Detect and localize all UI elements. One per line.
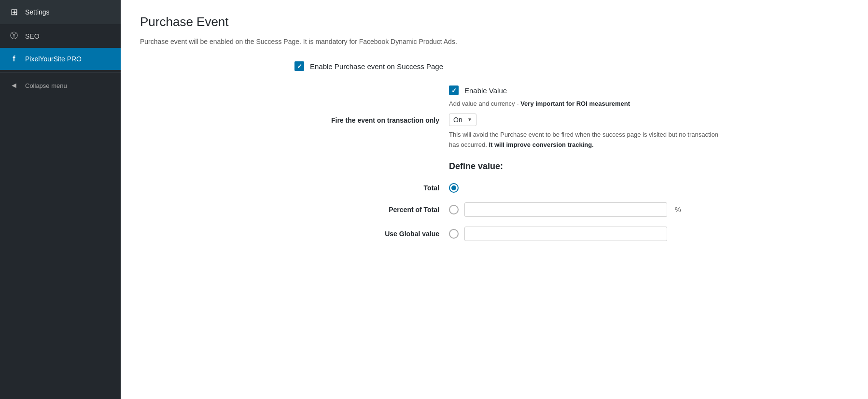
sidebar-item-settings[interactable]: ⊞ Settings bbox=[0, 0, 121, 24]
total-label: Total bbox=[294, 184, 449, 192]
enable-purchase-checkbox[interactable] bbox=[294, 61, 304, 71]
percent-radio-content: % bbox=[449, 202, 681, 217]
total-radio-content bbox=[449, 183, 459, 193]
enable-purchase-row: Enable Purchase event on Success Page bbox=[294, 61, 849, 71]
fire-event-content: On Off ▼ This will avoid the Purchase ev… bbox=[449, 114, 849, 150]
define-value-title: Define value: bbox=[449, 161, 849, 171]
percent-input[interactable] bbox=[464, 202, 667, 217]
sidebar-item-pixelyoursite[interactable]: f PixelYourSite PRO bbox=[0, 48, 121, 70]
fire-event-select[interactable]: On Off bbox=[453, 116, 464, 124]
percent-label: Percent of Total bbox=[294, 206, 449, 214]
total-radio[interactable] bbox=[449, 183, 459, 193]
settings-icon: ⊞ bbox=[9, 7, 19, 17]
enable-value-desc-bold: Very important for ROI measurement bbox=[520, 100, 630, 107]
global-value-radio[interactable] bbox=[449, 229, 459, 239]
sidebar-divider bbox=[0, 72, 121, 72]
total-row: Total bbox=[294, 183, 849, 193]
page-description: Purchase event will be enabled on the Su… bbox=[140, 36, 849, 47]
enable-value-description: Add value and currency - Very important … bbox=[449, 99, 849, 109]
enable-value-section: Enable Value Add value and currency - Ve… bbox=[449, 86, 849, 109]
global-value-label: Use Global value bbox=[294, 230, 449, 238]
sidebar: ⊞ Settings Ⓨ SEO f PixelYourSite PRO ◄ C… bbox=[0, 0, 121, 399]
facebook-icon: f bbox=[9, 55, 19, 63]
enable-value-checkbox[interactable] bbox=[449, 86, 459, 95]
chevron-down-icon: ▼ bbox=[467, 117, 472, 122]
global-value-row: Use Global value bbox=[294, 227, 849, 241]
percent-radio[interactable] bbox=[449, 205, 459, 214]
fire-event-help: This will avoid the Purchase event to be… bbox=[449, 130, 719, 150]
fire-event-help-bold: It will improve conversion tracking. bbox=[489, 141, 593, 148]
sidebar-item-pixelyoursite-label: PixelYourSite PRO bbox=[25, 55, 82, 63]
sidebar-item-settings-label: Settings bbox=[25, 8, 50, 16]
global-value-input[interactable] bbox=[464, 227, 667, 241]
global-value-radio-content bbox=[449, 227, 667, 241]
main-content: Purchase Event Purchase event will be en… bbox=[121, 0, 868, 399]
collapse-icon: ◄ bbox=[9, 81, 19, 90]
enable-purchase-label: Enable Purchase event on Success Page bbox=[310, 62, 443, 71]
fire-event-row: Fire the event on transaction only On Of… bbox=[294, 114, 849, 150]
seo-icon: Ⓨ bbox=[9, 31, 19, 41]
page-title: Purchase Event bbox=[140, 14, 849, 29]
enable-value-row: Enable Value bbox=[449, 86, 849, 95]
fire-event-select-wrapper[interactable]: On Off ▼ bbox=[449, 114, 476, 126]
sidebar-item-collapse[interactable]: ◄ Collapse menu bbox=[0, 74, 121, 97]
enable-value-label: Enable Value bbox=[464, 86, 507, 95]
sidebar-item-collapse-label: Collapse menu bbox=[25, 82, 67, 89]
percent-row: Percent of Total % bbox=[294, 202, 849, 217]
sidebar-item-seo-label: SEO bbox=[25, 32, 40, 40]
fire-event-label: Fire the event on transaction only bbox=[294, 114, 449, 124]
sidebar-item-seo[interactable]: Ⓨ SEO bbox=[0, 24, 121, 48]
enable-value-desc-prefix: Add value and currency - bbox=[449, 100, 520, 107]
percent-suffix: % bbox=[675, 206, 681, 214]
